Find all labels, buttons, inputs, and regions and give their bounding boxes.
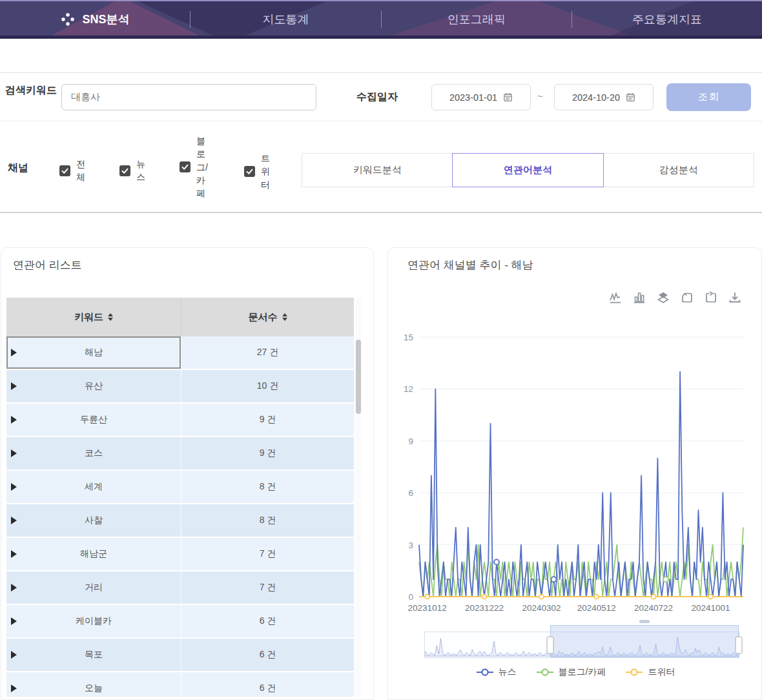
table-row-5[interactable]: 세계8 건 xyxy=(6,471,354,504)
date-from-field[interactable]: 2023-01-01 xyxy=(431,84,531,110)
keyword-cell[interactable]: 두륜산 xyxy=(6,404,181,436)
column-header-2[interactable]: 문서수 xyxy=(181,298,354,336)
tab-1[interactable]: 키워드분석 xyxy=(302,153,453,187)
keyword-cell[interactable]: 해남 xyxy=(6,336,181,369)
sort-icon[interactable] xyxy=(108,313,113,321)
slider-grip[interactable] xyxy=(639,620,650,623)
nav-item-label: SNS분석 xyxy=(83,12,130,27)
nav-item-3[interactable]: 인포그래픽 xyxy=(382,1,572,37)
table-scrollbar[interactable] xyxy=(355,298,362,697)
table-row-6[interactable]: 사찰8 건 xyxy=(6,504,354,538)
chart-toolbox xyxy=(608,291,742,305)
keyword-text: 사찰 xyxy=(85,515,103,526)
tab-3[interactable]: 감성분석 xyxy=(603,153,754,187)
doc-count-cell: 6 건 xyxy=(181,605,354,637)
keyword-text: 오늘 xyxy=(85,683,103,694)
checkbox-checked-icon[interactable] xyxy=(119,165,130,176)
restore-icon[interactable] xyxy=(704,291,718,305)
nav-item-1[interactable]: SNS분석 xyxy=(0,1,190,37)
doc-count-cell: 9 건 xyxy=(181,437,354,469)
legend-item-1[interactable]: 뉴스 xyxy=(476,666,517,678)
data-zoom-slider[interactable] xyxy=(424,632,739,658)
checkbox-checked-icon[interactable] xyxy=(180,161,190,172)
toggle-stack-icon[interactable] xyxy=(656,291,670,305)
channel-label: 채널 xyxy=(8,161,28,175)
toggle-bar-chart-icon[interactable] xyxy=(632,291,646,305)
expand-row-icon[interactable] xyxy=(11,685,17,692)
calendar-icon[interactable] xyxy=(503,92,513,102)
column-header-1[interactable]: 키워드 xyxy=(6,298,181,336)
doc-count-cell: 10 건 xyxy=(181,370,354,402)
zoom-reset-icon[interactable] xyxy=(680,291,694,305)
nav-item-4[interactable]: 주요통계지표 xyxy=(572,1,762,37)
nav-item-2[interactable]: 지도통계 xyxy=(190,1,380,37)
table-row-11[interactable]: 오늘6 건 xyxy=(6,672,354,697)
table-row-10[interactable]: 목포6 건 xyxy=(6,639,354,672)
data-point-marker[interactable] xyxy=(494,559,499,564)
search-form: 검색키워드 수집일자 2023-01-01 ~ 2024-10-20 조회 채널… xyxy=(0,72,762,213)
keyword-cell[interactable]: 코스 xyxy=(6,437,181,469)
expand-row-icon[interactable] xyxy=(11,483,17,491)
table-row-7[interactable]: 해남군7 건 xyxy=(6,538,354,571)
expand-row-icon[interactable] xyxy=(11,517,17,524)
doc-count-cell: 7 건 xyxy=(181,538,354,570)
keyword-input[interactable] xyxy=(61,84,316,110)
related-list-panel: 연관어 리스트 키워드문서수 해남27 건유산10 건두륜산9 건코스9 건세계… xyxy=(1,247,374,700)
scrollbar-thumb[interactable] xyxy=(356,340,361,414)
y-axis-label: 3 xyxy=(408,540,413,550)
y-axis-label: 12 xyxy=(404,384,413,394)
keyword-text: 두륜산 xyxy=(80,414,107,426)
doc-count-cell: 6 건 xyxy=(181,672,354,697)
legend-label: 트위터 xyxy=(648,666,675,678)
table-row-1[interactable]: 해남27 건 xyxy=(6,336,354,370)
expand-row-icon[interactable] xyxy=(11,416,17,424)
slider-right-handle[interactable] xyxy=(736,636,743,654)
table-row-3[interactable]: 두륜산9 건 xyxy=(6,404,354,437)
expand-row-icon[interactable] xyxy=(11,382,17,390)
table-row-9[interactable]: 케이블카6 건 xyxy=(6,605,354,639)
twitter-point-marker xyxy=(652,595,656,599)
keyword-cell[interactable]: 세계 xyxy=(6,471,181,503)
keyword-cell[interactable]: 거리 xyxy=(6,571,181,604)
trend-line-chart[interactable]: 0369121520231012202312222024030220240512… xyxy=(388,313,750,623)
keyword-cell[interactable]: 오늘 xyxy=(6,672,181,697)
search-button[interactable]: 조회 xyxy=(666,83,751,111)
column-label: 문서수 xyxy=(249,311,278,324)
expand-row-icon[interactable] xyxy=(11,617,17,625)
doc-count-cell: 9 건 xyxy=(181,404,354,436)
date-from-value: 2023-01-01 xyxy=(449,92,497,103)
checkbox-checked-icon[interactable] xyxy=(59,165,70,176)
expand-row-icon[interactable] xyxy=(11,651,17,659)
table-row-4[interactable]: 코스9 건 xyxy=(6,437,354,471)
keyword-cell[interactable]: 사찰 xyxy=(6,504,181,537)
expand-row-icon[interactable] xyxy=(11,584,17,592)
keyword-cell[interactable]: 해남군 xyxy=(6,538,181,570)
calendar-icon[interactable] xyxy=(626,92,635,102)
sort-icon[interactable] xyxy=(282,313,287,321)
toggle-line-chart-icon[interactable] xyxy=(608,291,623,305)
expand-row-icon[interactable] xyxy=(11,449,17,457)
legend-item-3[interactable]: 트위터 xyxy=(625,666,675,678)
expand-row-icon[interactable] xyxy=(11,349,17,356)
doc-count-cell: 6 건 xyxy=(181,639,354,671)
table-row-8[interactable]: 거리7 건 xyxy=(6,571,354,605)
date-to-value: 2024-10-20 xyxy=(572,92,620,103)
table-row-2[interactable]: 유산10 건 xyxy=(6,370,354,404)
keyword-text: 해남 xyxy=(85,347,103,358)
checkbox-checked-icon[interactable] xyxy=(244,166,255,177)
expand-row-icon[interactable] xyxy=(11,550,17,558)
save-image-icon[interactable] xyxy=(728,291,742,305)
slider-selected-range[interactable] xyxy=(550,625,739,657)
keyword-cell[interactable]: 케이블카 xyxy=(6,605,181,637)
keyword-cell[interactable]: 목포 xyxy=(6,639,181,671)
channel-option-3: 블로그/카페 xyxy=(180,134,206,200)
data-point-marker[interactable] xyxy=(663,577,668,582)
slider-left-handle[interactable] xyxy=(547,636,554,654)
legend-marker-icon xyxy=(536,668,554,677)
date-to-field[interactable]: 2024-10-20 xyxy=(554,84,654,110)
tab-2[interactable]: 연관어분석 xyxy=(452,153,603,187)
legend-item-2[interactable]: 블로그/카페 xyxy=(536,666,606,678)
keyword-cell[interactable]: 유산 xyxy=(6,370,181,402)
data-point-marker[interactable] xyxy=(551,577,556,582)
twitter-point-marker xyxy=(594,595,599,599)
